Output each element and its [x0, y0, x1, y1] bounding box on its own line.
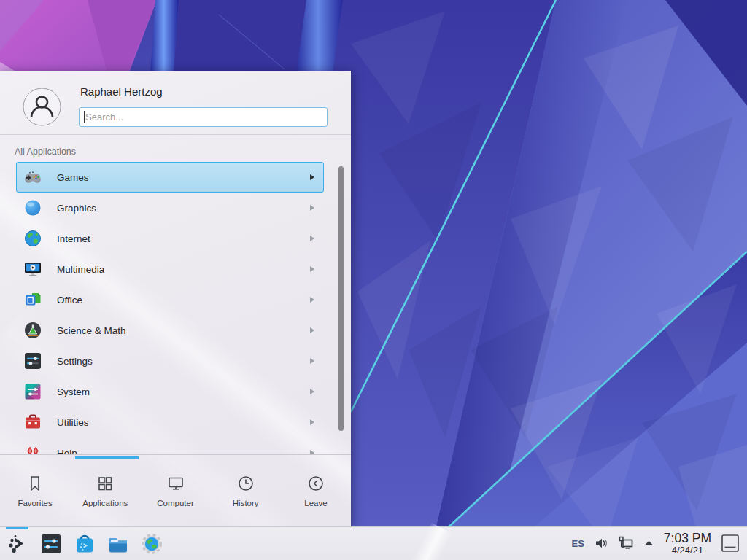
- submenu-arrow-icon: [310, 174, 314, 180]
- category-office[interactable]: Office: [16, 284, 324, 315]
- history-clock-icon: [236, 474, 255, 493]
- user-avatar-icon: [23, 88, 61, 126]
- category-label: Graphics: [57, 203, 96, 214]
- search-input[interactable]: [79, 107, 328, 127]
- network-icon[interactable]: [618, 535, 634, 551]
- desktop: { "colors": { "accent": "#3daee9", "sele…: [0, 0, 747, 560]
- category-label: Office: [57, 295, 82, 306]
- clock-date: 4/24/21: [672, 545, 703, 556]
- taskbar-light-streak: [411, 523, 453, 560]
- digital-clock[interactable]: 7:03 PM 4/24/21: [664, 532, 711, 555]
- category-graphics[interactable]: Graphics: [16, 192, 324, 223]
- tab-computer[interactable]: Computer: [140, 455, 210, 526]
- list-scrollbar[interactable]: [338, 166, 344, 431]
- category-multimedia[interactable]: Multimedia: [16, 254, 324, 284]
- submenu-arrow-icon: [310, 389, 314, 394]
- expand-tray-caret-icon[interactable]: [643, 539, 654, 548]
- tab-leave[interactable]: Leave: [281, 455, 351, 526]
- taskbar-panel: ES 7:03 PM 4/24/21: [0, 526, 747, 560]
- submenu-arrow-icon: [310, 266, 314, 272]
- system-sliders-icon: [23, 382, 42, 401]
- volume-icon[interactable]: [594, 536, 608, 551]
- submenu-arrow-icon: [310, 236, 314, 241]
- tab-applications[interactable]: Applications: [70, 455, 140, 526]
- sliders-icon: [23, 351, 42, 370]
- submenu-arrow-icon: [310, 327, 314, 333]
- category-games[interactable]: Games: [16, 162, 324, 192]
- tab-favorites[interactable]: Favorites: [0, 455, 70, 526]
- category-label: Internet: [57, 233, 90, 244]
- tab-label: History: [233, 499, 259, 508]
- submenu-arrow-icon: [310, 450, 314, 454]
- tab-label: Applications: [82, 499, 128, 508]
- user-name: Raphael Hertzog: [80, 85, 163, 98]
- flask-icon: [23, 321, 42, 340]
- category-label: Settings: [57, 356, 93, 367]
- help-icon: [23, 443, 42, 454]
- category-label: Help: [57, 448, 77, 454]
- clock-time: 7:03 PM: [664, 532, 711, 545]
- tab-label: Favorites: [18, 499, 52, 508]
- submenu-arrow-icon: [310, 205, 314, 211]
- category-label: Utilities: [57, 417, 89, 428]
- text-caret: [84, 111, 85, 123]
- toolbox-icon: [23, 413, 42, 432]
- monitor-play-icon: [23, 260, 42, 279]
- kickoff-launcher-menu: Raphael Hertzog All Applications Games: [0, 71, 351, 526]
- submenu-arrow-icon: [310, 297, 314, 303]
- leave-icon: [306, 474, 325, 493]
- bookmark-icon: [26, 474, 44, 493]
- application-category-list: Games Graphics Internet: [0, 162, 351, 454]
- launcher-active-indicator: [6, 527, 28, 529]
- computer-icon: [166, 474, 185, 493]
- globe-icon: [23, 229, 42, 248]
- tab-label: Leave: [304, 499, 327, 508]
- menu-tab-strip: Favorites Applications Computer: [0, 454, 351, 526]
- kickoff-launcher-icon[interactable]: [6, 532, 29, 556]
- submenu-arrow-icon: [310, 358, 314, 364]
- submenu-arrow-icon: [310, 419, 314, 425]
- dolphin-file-manager-icon[interactable]: [107, 532, 130, 556]
- category-science-math[interactable]: Science & Math: [16, 315, 324, 346]
- category-label: Science & Math: [57, 325, 126, 336]
- tab-label: Computer: [157, 499, 194, 508]
- category-internet[interactable]: Internet: [16, 223, 324, 254]
- system-settings-icon[interactable]: [39, 532, 63, 556]
- category-system[interactable]: System: [16, 376, 324, 407]
- keyboard-layout-indicator[interactable]: ES: [571, 538, 584, 549]
- tab-history[interactable]: History: [211, 455, 281, 526]
- category-help[interactable]: Help: [16, 438, 324, 454]
- category-utilities[interactable]: Utilities: [16, 407, 324, 438]
- menu-header: Raphael Hertzog: [0, 71, 351, 135]
- gamepad-icon: [23, 168, 42, 187]
- web-browser-globe-icon[interactable]: [140, 532, 163, 556]
- category-settings[interactable]: Settings: [16, 346, 324, 376]
- sphere-icon: [23, 198, 42, 217]
- category-label: Games: [57, 172, 89, 183]
- active-tab-indicator: [75, 456, 139, 459]
- document-icon: [23, 290, 42, 309]
- discover-icon[interactable]: [73, 532, 96, 556]
- app-grid-icon: [96, 474, 115, 493]
- category-label: System: [57, 386, 90, 397]
- section-label: All Applications: [15, 147, 76, 157]
- category-label: Multimedia: [57, 264, 104, 275]
- show-desktop-button[interactable]: [721, 534, 740, 553]
